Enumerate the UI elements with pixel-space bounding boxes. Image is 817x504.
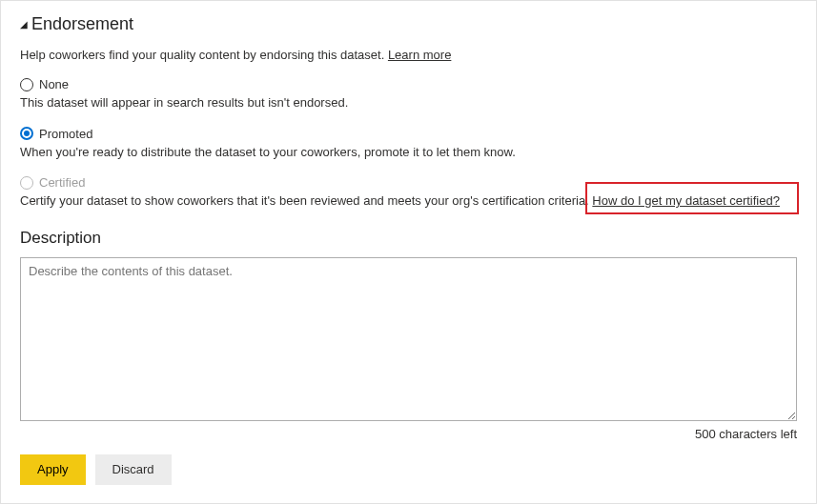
learn-more-link[interactable]: Learn more [388,48,451,62]
help-text-content: Help coworkers find your quality content… [20,48,384,62]
label-none: None [39,77,69,91]
desc-none: This dataset will appear in search resul… [20,94,797,111]
option-none: None This dataset will appear in search … [20,77,797,111]
apply-button[interactable]: Apply [20,454,86,485]
collapse-triangle-icon: ◢ [20,19,28,30]
radio-promoted[interactable] [20,127,33,140]
desc-certified: Certify your dataset to show coworkers t… [20,192,797,210]
description-textarea[interactable] [20,257,797,421]
discard-button[interactable]: Discard [95,454,172,485]
description-heading: Description [20,229,797,248]
help-text: Help coworkers find your quality content… [20,48,797,62]
section-title: Endorsement [31,14,133,34]
button-row: Apply Discard [20,454,797,485]
desc-promoted: When you're ready to distribute the data… [20,144,797,161]
radio-certified [20,176,33,190]
certified-help-link[interactable]: How do I get my dataset certified? [592,193,780,208]
desc-certified-text: Certify your dataset to show coworkers t… [20,193,589,208]
label-promoted: Promoted [39,127,92,141]
label-certified: Certified [39,175,85,190]
endorsement-panel: ◢ Endorsement Help coworkers find your q… [0,0,817,504]
radio-none[interactable] [20,78,33,91]
option-promoted: Promoted When you're ready to distribute… [20,127,797,161]
option-certified: Certified Certify your dataset to show c… [20,175,797,210]
section-header[interactable]: ◢ Endorsement [20,14,797,34]
characters-left: 500 characters left [20,427,797,441]
